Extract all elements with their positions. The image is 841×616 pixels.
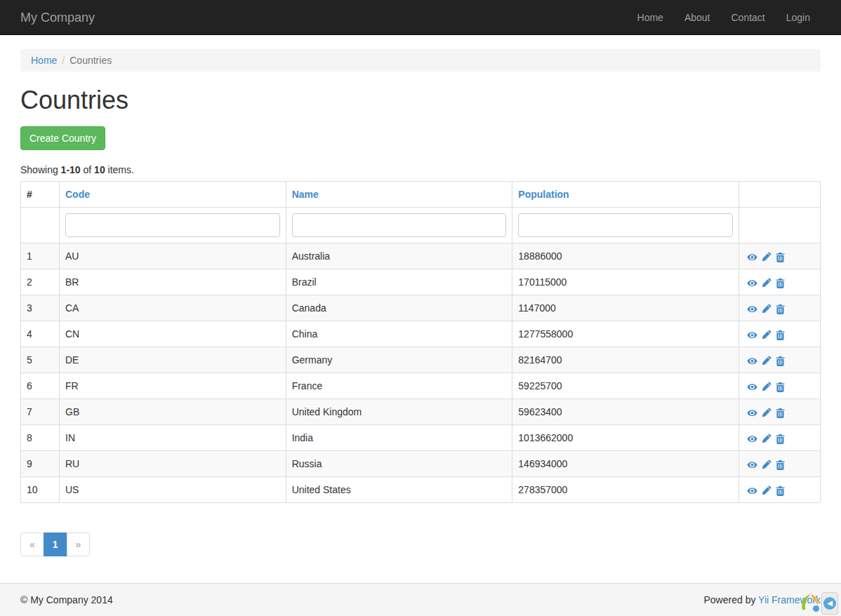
row-actions — [739, 295, 821, 321]
filter-row — [21, 208, 821, 243]
population-cell: 82164700 — [512, 347, 739, 373]
view-eye-icon[interactable] — [747, 486, 757, 496]
table-body: 1AUAustralia188860002BRBrazil1701150003C… — [21, 243, 821, 503]
delete-trash-icon[interactable] — [776, 460, 785, 470]
update-pencil-icon[interactable] — [762, 304, 772, 314]
update-pencil-icon[interactable] — [762, 434, 772, 443]
nav-item-about[interactable]: About — [674, 0, 721, 35]
row-actions — [739, 269, 821, 295]
code-cell: RU — [60, 451, 286, 477]
update-pencil-icon[interactable] — [762, 356, 772, 366]
population-filter-input[interactable] — [518, 213, 733, 237]
delete-trash-icon[interactable] — [776, 434, 785, 444]
sort-population-link[interactable]: Population — [518, 189, 569, 200]
code-cell: FR — [60, 373, 286, 399]
header-number: # — [21, 182, 60, 208]
row-number-cell: 5 — [21, 347, 60, 373]
main-content: Home / Countries Countries Create Countr… — [10, 35, 831, 572]
view-eye-icon[interactable] — [747, 278, 757, 288]
view-eye-icon[interactable] — [747, 304, 757, 314]
name-cell: Germany — [286, 347, 512, 373]
navbar: My Company Home About Contact Login — [0, 0, 841, 35]
update-pencil-icon[interactable] — [762, 460, 772, 469]
update-pencil-icon[interactable] — [762, 252, 772, 262]
footer-copyright: © My Company 2014 — [20, 594, 113, 605]
update-pencil-icon[interactable] — [762, 486, 772, 495]
update-pencil-icon[interactable] — [762, 330, 772, 340]
delete-trash-icon[interactable] — [776, 330, 785, 340]
page-title: Countries — [20, 86, 821, 115]
delete-trash-icon[interactable] — [776, 486, 785, 496]
header-actions — [739, 182, 821, 208]
table-row: 9RURussia146934000 — [21, 451, 821, 477]
code-cell: CA — [60, 295, 286, 321]
nav-item-contact[interactable]: Contact — [720, 0, 775, 35]
row-actions — [739, 425, 821, 451]
update-pencil-icon[interactable] — [762, 408, 772, 417]
name-cell: Canada — [286, 295, 512, 321]
create-country-button[interactable]: Create Country — [20, 126, 105, 150]
view-eye-icon[interactable] — [747, 252, 757, 262]
code-cell: CN — [60, 321, 286, 347]
row-number-cell: 2 — [21, 269, 60, 295]
breadcrumb-home-link[interactable]: Home — [31, 55, 57, 66]
code-cell: GB — [60, 399, 286, 425]
filter-empty-cell — [21, 208, 60, 243]
name-cell: Brazil — [286, 269, 512, 295]
table-row: 5DEGermany82164700 — [21, 347, 821, 373]
population-cell: 1147000 — [512, 295, 739, 321]
name-cell: Australia — [286, 243, 512, 269]
breadcrumb: Home / Countries — [20, 49, 821, 72]
table-row: 4CNChina1277558000 — [21, 321, 821, 347]
population-cell: 18886000 — [512, 243, 739, 269]
view-eye-icon[interactable] — [747, 408, 757, 418]
view-eye-icon[interactable] — [747, 382, 757, 392]
update-pencil-icon[interactable] — [762, 382, 772, 391]
delete-trash-icon[interactable] — [776, 278, 785, 288]
delete-trash-icon[interactable] — [776, 252, 785, 262]
row-actions — [739, 243, 821, 269]
view-eye-icon[interactable] — [747, 460, 757, 470]
delete-trash-icon[interactable] — [776, 304, 785, 314]
code-cell: IN — [60, 425, 286, 451]
delete-trash-icon[interactable] — [776, 356, 785, 366]
nav-item-home[interactable]: Home — [627, 0, 674, 35]
row-actions — [739, 477, 821, 503]
summary-text: Showing 1-10 of 10 items. — [20, 164, 821, 175]
name-cell: United Kingdom — [286, 399, 512, 425]
view-eye-icon[interactable] — [747, 356, 757, 366]
delete-trash-icon[interactable] — [776, 408, 785, 418]
breadcrumb-separator: / — [57, 55, 69, 66]
brand-link[interactable]: My Company — [20, 0, 105, 35]
code-filter-input[interactable] — [65, 213, 280, 237]
table-row: 3CACanada1147000 — [21, 295, 821, 321]
sort-name-link[interactable]: Name — [292, 189, 319, 200]
table-header-row: # Code Name Population — [21, 182, 821, 208]
name-cell: Russia — [286, 451, 512, 477]
name-filter-input[interactable] — [292, 213, 507, 237]
panel-toggle-button[interactable]: ◀ — [821, 592, 838, 615]
filter-actions-cell — [739, 208, 821, 243]
pagination-prev-button[interactable]: « — [20, 533, 44, 556]
row-actions — [739, 451, 821, 477]
view-eye-icon[interactable] — [747, 330, 757, 340]
table-row: 6FRFrance59225700 — [21, 373, 821, 399]
update-pencil-icon[interactable] — [762, 278, 772, 288]
sort-code-link[interactable]: Code — [65, 189, 90, 200]
nav-item-login[interactable]: Login — [776, 0, 821, 35]
powered-by-text: Powered by — [703, 594, 758, 605]
population-cell: 59225700 — [512, 373, 739, 399]
name-cell: India — [286, 425, 512, 451]
population-cell: 146934000 — [512, 451, 739, 477]
row-number-cell: 8 — [21, 425, 60, 451]
code-cell: DE — [60, 347, 286, 373]
name-cell: United States — [286, 477, 512, 503]
code-cell: US — [60, 477, 286, 503]
summary-range: 1-10 — [61, 164, 81, 175]
pagination-page-1[interactable]: 1 — [44, 533, 67, 556]
view-eye-icon[interactable] — [747, 434, 757, 444]
pagination-next-button[interactable]: » — [67, 533, 91, 556]
population-cell: 59623400 — [512, 399, 739, 425]
delete-trash-icon[interactable] — [776, 382, 785, 392]
summary-prefix: Showing — [20, 164, 61, 175]
